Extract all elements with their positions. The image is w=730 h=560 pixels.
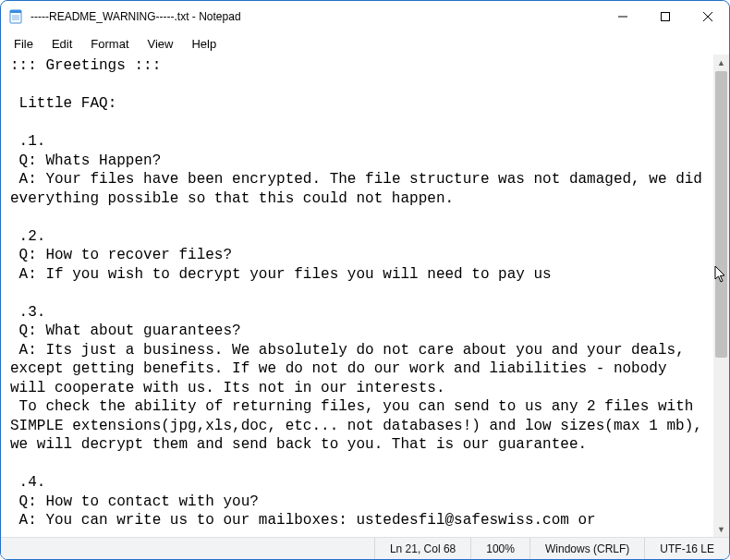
window-title: -----README_WARNING-----.txt - Notepad (30, 10, 241, 23)
svg-rect-1 (10, 10, 21, 13)
status-cursor-position: Ln 21, Col 68 (374, 538, 470, 559)
minimize-button[interactable] (602, 1, 644, 32)
notepad-icon (8, 9, 23, 24)
status-line-endings: Windows (CRLF) (529, 538, 644, 559)
menu-edit[interactable]: Edit (43, 35, 81, 53)
maximize-button[interactable] (644, 1, 687, 32)
menu-view[interactable]: View (139, 35, 183, 53)
editor-container: ::: Greetings ::: Little FAQ: .1. Q: Wha… (1, 55, 729, 537)
menubar: File Edit Format View Help (1, 32, 729, 55)
scroll-down-arrow-icon[interactable]: ▼ (713, 521, 729, 537)
close-button[interactable] (687, 1, 729, 32)
window-controls (602, 1, 729, 32)
vertical-scrollbar[interactable]: ▲ ▼ (713, 55, 729, 537)
scrollbar-thumb[interactable] (715, 71, 727, 358)
scroll-up-arrow-icon[interactable]: ▲ (713, 55, 729, 70)
svg-rect-6 (662, 13, 670, 21)
titlebar: -----README_WARNING-----.txt - Notepad (1, 1, 729, 32)
menu-help[interactable]: Help (182, 35, 225, 53)
text-editor[interactable]: ::: Greetings ::: Little FAQ: .1. Q: Wha… (1, 55, 713, 537)
status-zoom: 100% (470, 538, 529, 559)
menu-file[interactable]: File (5, 35, 43, 53)
menu-format[interactable]: Format (81, 35, 138, 53)
status-encoding: UTF-16 LE (644, 538, 729, 559)
statusbar: Ln 21, Col 68 100% Windows (CRLF) UTF-16… (1, 537, 729, 559)
